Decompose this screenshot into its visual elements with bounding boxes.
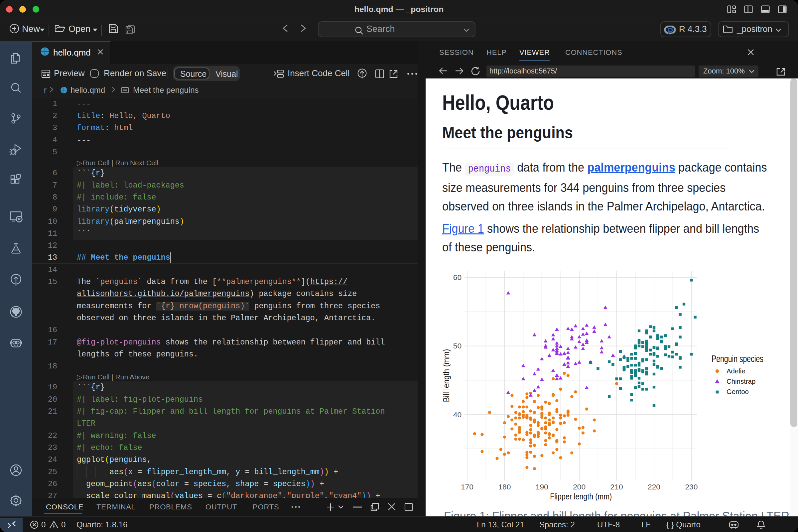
svg-text:Bill length (mm): Bill length (mm)	[441, 349, 451, 402]
svg-text:50: 50	[453, 341, 461, 350]
svg-text:Gentoo: Gentoo	[726, 388, 749, 395]
svg-text:40: 40	[453, 410, 461, 419]
svg-text:220: 220	[648, 482, 660, 491]
svg-text:Adelie: Adelie	[726, 367, 745, 375]
svg-text:180: 180	[498, 482, 511, 491]
svg-text:170: 170	[461, 482, 474, 491]
svg-text:60: 60	[453, 273, 461, 282]
svg-text:210: 210	[610, 482, 623, 491]
svg-text:Penguin species: Penguin species	[711, 353, 763, 364]
svg-text:200: 200	[573, 482, 586, 491]
svg-text:190: 190	[536, 482, 548, 491]
svg-text:230: 230	[685, 482, 698, 491]
svg-text:Chinstrap: Chinstrap	[726, 378, 756, 385]
svg-text:R: R	[667, 26, 673, 35]
svg-text:Flipper length (mm): Flipper length (mm)	[550, 492, 612, 501]
